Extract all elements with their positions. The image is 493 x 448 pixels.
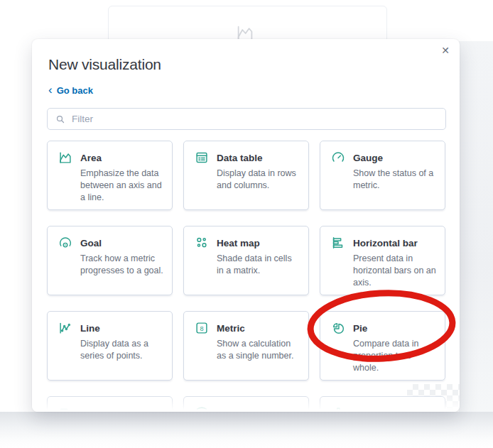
viz-card-goal[interactable]: Goal Track how a metric progresses to a …: [47, 226, 173, 295]
new-visualization-modal: ✕ New visualization ‹ Go back Area Empha…: [32, 39, 460, 412]
horizontal-bar-icon: [330, 235, 346, 251]
gauge-icon: [330, 150, 346, 165]
card-description: Present data in horizontal bars on an ax…: [353, 253, 436, 289]
timelion-icon: [194, 405, 210, 412]
tag-cloud-icon: [58, 405, 73, 412]
go-back-link[interactable]: ‹ Go back: [48, 85, 93, 96]
filter-input[interactable]: [72, 114, 438, 124]
line-chart-icon: [58, 320, 73, 336]
close-icon[interactable]: ✕: [438, 43, 453, 58]
card-title: Data table: [217, 153, 263, 163]
card-title: Area: [80, 153, 102, 163]
card-title: Horizontal bar: [353, 238, 418, 248]
card-title: Timelion: [217, 408, 256, 413]
vertical-bar-icon: [330, 405, 346, 412]
card-description: Shade data in cells in a matrix.: [217, 253, 300, 277]
card-description: Display data as a series of points.: [80, 338, 163, 362]
viz-card-line[interactable]: Line Display data as a series of points.: [47, 311, 173, 381]
data-table-icon: [194, 150, 210, 165]
viz-card-metric[interactable]: 8 Metric Show a calculation as a single …: [183, 311, 309, 381]
chevron-left-icon: ‹: [48, 86, 53, 94]
visualization-grid: Area Emphasize the data between an axis …: [47, 141, 446, 412]
viz-card-timelion[interactable]: Timelion Show time series data on a grap…: [183, 396, 309, 412]
page-background-right: [459, 41, 493, 448]
viz-card-area[interactable]: Area Emphasize the data between an axis …: [47, 141, 173, 210]
metric-icon: 8: [194, 320, 210, 336]
card-description: Compare data in proportion to a whole.: [353, 338, 436, 374]
viz-card-tag-cloud[interactable]: Tag cloud Display word frequency with fo…: [47, 396, 173, 412]
pie-chart-icon: [330, 320, 346, 336]
card-title: Vertical bar: [353, 408, 405, 413]
card-title: Gauge: [353, 153, 383, 163]
card-description: Track how a metric progresses to a goal.: [80, 253, 163, 277]
modal-title: New visualization: [32, 39, 460, 73]
svg-text:8: 8: [200, 325, 203, 332]
card-title: Heat map: [217, 238, 260, 248]
card-title: Line: [80, 323, 100, 334]
page-background: ✕ New visualization ‹ Go back Area Empha…: [0, 0, 493, 448]
go-back-label: Go back: [57, 85, 93, 96]
heat-map-icon: [194, 235, 210, 251]
card-description: Emphasize the data between an axis and a…: [80, 168, 163, 204]
card-title: Goal: [80, 238, 102, 248]
viz-card-horizontal-bar[interactable]: Horizontal bar Present data in horizonta…: [320, 226, 445, 295]
viz-card-pie[interactable]: Pie Compare data in proportion to a whol…: [320, 311, 445, 381]
card-title: Pie: [353, 323, 367, 334]
card-description: Show a calculation as a single number.: [217, 338, 300, 362]
viz-card-data-table[interactable]: Data table Display data in rows and colu…: [183, 141, 309, 210]
filter-field: [47, 108, 446, 130]
viz-card-heat-map[interactable]: Heat map Shade data in cells in a matrix…: [183, 226, 309, 295]
goal-icon: [58, 235, 73, 251]
card-title: Metric: [217, 323, 245, 334]
viz-card-gauge[interactable]: Gauge Show the status of a metric.: [320, 141, 445, 210]
card-title: Tag cloud: [80, 408, 125, 413]
page-background-bottom: [0, 412, 493, 448]
card-description: Display data in rows and columns.: [217, 168, 300, 192]
area-chart-icon: [58, 150, 73, 165]
viz-card-vertical-bar[interactable]: Vertical bar Present data in vertical ba…: [320, 396, 445, 412]
card-description: Show the status of a metric.: [353, 168, 436, 192]
search-icon: [55, 114, 66, 125]
